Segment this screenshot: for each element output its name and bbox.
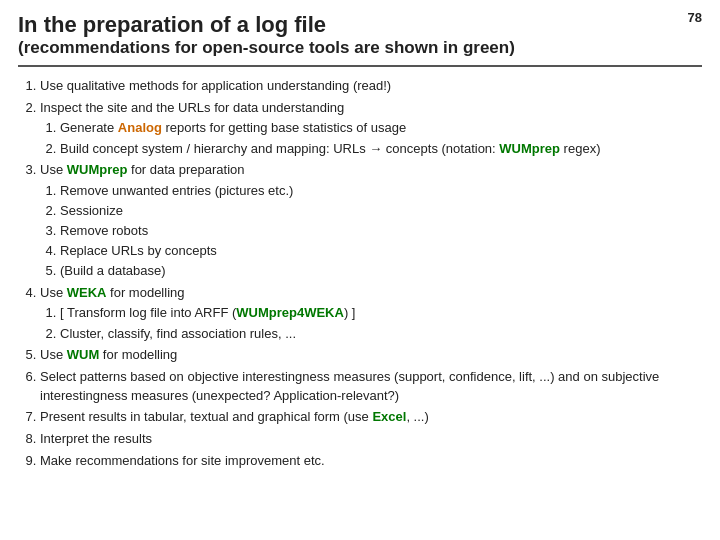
tool-name: Excel — [372, 409, 406, 424]
sub-list: [ Transform log file into ARFF (WUMprep4… — [40, 304, 702, 342]
list-item: Use WEKA for modelling [ Transform log f… — [40, 284, 702, 343]
list-item: Cluster, classify, find association rule… — [60, 325, 702, 343]
slide-number: 78 — [688, 10, 702, 25]
slide-container: 78 In the preparation of a log file (rec… — [0, 0, 720, 540]
title-main: In the preparation of a log file — [18, 12, 702, 38]
content-area: Use qualitative methods for application … — [18, 77, 702, 471]
list-item: Remove unwanted entries (pictures etc.) — [60, 182, 702, 200]
list-item: Sessionize — [60, 202, 702, 220]
item-text: Interpret the results — [40, 431, 152, 446]
list-item: Replace URLs by concepts — [60, 242, 702, 260]
item-text: Make recommendations for site improvemen… — [40, 453, 325, 468]
main-list: Use qualitative methods for application … — [18, 77, 702, 471]
list-item: (Build a database) — [60, 262, 702, 280]
list-item: Use WUMprep for data preparation Remove … — [40, 161, 702, 281]
list-item: Make recommendations for site improvemen… — [40, 452, 702, 471]
tool-name: WEKA — [67, 285, 107, 300]
title-sub: (recommendations for open-source tools a… — [18, 38, 702, 58]
list-item: [ Transform log file into ARFF (WUMprep4… — [60, 304, 702, 322]
sub-list: Remove unwanted entries (pictures etc.) … — [40, 182, 702, 281]
sub-list: Generate Analog reports for getting base… — [40, 119, 702, 157]
list-item: Present results in tabular, textual and … — [40, 408, 702, 427]
item-text: Use qualitative methods for application … — [40, 78, 391, 93]
tool-name: WUMprep — [499, 141, 560, 156]
tool-name: Analog — [118, 120, 162, 135]
tool-name: WUM — [67, 347, 100, 362]
item-text: Inspect the site and the URLs for data u… — [40, 100, 344, 115]
list-item: Interpret the results — [40, 430, 702, 449]
title-block: In the preparation of a log file (recomm… — [18, 12, 702, 67]
list-item: Remove robots — [60, 222, 702, 240]
list-item: Use qualitative methods for application … — [40, 77, 702, 96]
list-item: Use WUM for modelling — [40, 346, 702, 365]
list-item: Inspect the site and the URLs for data u… — [40, 99, 702, 158]
tool-name: WUMprep — [67, 162, 128, 177]
list-item: Build concept system / hierarchy and map… — [60, 140, 702, 158]
list-item: Select patterns based on objective inter… — [40, 368, 702, 406]
list-item: Generate Analog reports for getting base… — [60, 119, 702, 137]
tool-name: WUMprep4WEKA — [236, 305, 344, 320]
